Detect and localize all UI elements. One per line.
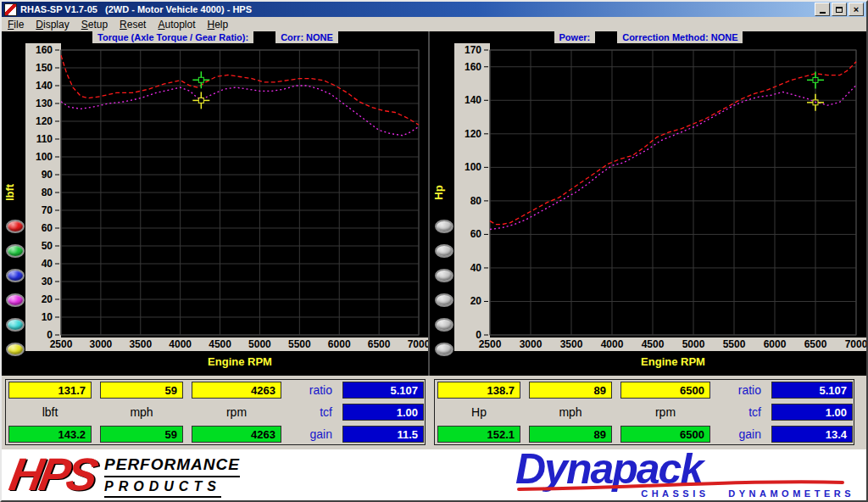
readout-section: 131.7 59 4263 ratio 5.107 lbft mph rpm t… [2, 376, 866, 449]
menu-help[interactable]: Help [202, 18, 235, 31]
svg-text:4000: 4000 [169, 338, 192, 350]
svg-text:50: 50 [42, 240, 53, 252]
maximize-button[interactable] [832, 3, 847, 16]
power-speed-yellow-value: 89 [529, 382, 612, 399]
speed-green-value: 59 [100, 426, 183, 443]
hps-logo-text: HPS [6, 450, 98, 498]
run-button-blue[interactable] [6, 269, 25, 282]
menu-autoplot[interactable]: Autoplot [152, 18, 201, 31]
svg-text:5500: 5500 [288, 338, 311, 350]
svg-text:80: 80 [470, 195, 482, 207]
run-button-yellow[interactable] [6, 343, 25, 356]
svg-text:130: 130 [36, 98, 53, 109]
power-readout-panel: 138.7 89 6500 ratio 5.107 Hp mph rpm tcf… [434, 379, 854, 445]
ratio-value[interactable]: 5.107 [342, 382, 424, 399]
svg-text:40: 40 [42, 258, 53, 270]
svg-text:20: 20 [470, 295, 482, 307]
window-controls: × [813, 3, 864, 16]
unit-label-lbft: lbft [8, 404, 92, 421]
svg-text:140: 140 [36, 80, 53, 92]
rpm-green-value: 4263 [192, 426, 281, 443]
torque-plot: 0102030405060708090100110120130140150160… [2, 43, 429, 376]
power-rpm-yellow-value: 6500 [620, 382, 710, 399]
app-window: RHAS-SP V1.7-05 (2WD - Motor Vehicle 400… [0, 0, 868, 502]
torque-readout-panel: 131.7 59 4263 ratio 5.107 lbft mph rpm t… [5, 379, 426, 445]
close-icon: × [854, 5, 859, 14]
svg-text:60: 60 [470, 228, 482, 240]
torque-plot-holder: 0102030405060708090100110120130140150160… [2, 43, 429, 379]
svg-text:100: 100 [36, 151, 53, 163]
title-bar[interactable]: RHAS-SP V1.7-05 (2WD - Motor Vehicle 400… [2, 2, 866, 17]
svg-text:7000: 7000 [408, 338, 429, 350]
svg-text:3500: 3500 [560, 338, 583, 350]
gain-value[interactable]: 11.5 [342, 426, 424, 443]
hps-products-text: PRODUCTS [104, 477, 221, 498]
svg-text:20: 20 [42, 293, 53, 305]
run-button-cyan[interactable] [6, 318, 25, 332]
svg-text:170: 170 [465, 44, 481, 56]
maximize-icon [836, 7, 843, 13]
tcf-value[interactable]: 1.00 [342, 404, 424, 421]
unit-label-mph: mph [100, 404, 183, 421]
svg-text:4000: 4000 [601, 338, 624, 350]
power-tcf-label: tcf [719, 404, 763, 421]
power-plot: 0204060801001201401601702500300035004000… [431, 43, 866, 376]
power-correction-label: Correction Method: NONE [617, 31, 743, 43]
unit-label-rpm: rpm [192, 404, 281, 421]
svg-text:2500: 2500 [479, 338, 502, 350]
close-button[interactable]: × [849, 3, 864, 16]
menu-file[interactable]: File [2, 18, 30, 31]
run-red-dashed-trace [490, 62, 856, 225]
channel-button-1[interactable] [435, 220, 453, 233]
svg-text:110: 110 [36, 133, 53, 145]
panel-divider [428, 31, 430, 376]
svg-text:10: 10 [42, 311, 53, 323]
svg-text:140: 140 [465, 94, 481, 106]
svg-text:3500: 3500 [129, 338, 152, 350]
run-button-red[interactable] [6, 220, 25, 233]
menu-setup[interactable]: Setup [75, 18, 114, 31]
channel-button-6[interactable] [435, 343, 453, 356]
power-green-value: 152.1 [437, 426, 520, 443]
hps-logo: HPS PERFORMANCE PRODUCTS [10, 450, 240, 498]
channel-select-buttons [435, 31, 455, 376]
channel-button-3[interactable] [435, 269, 453, 282]
channel-button-5[interactable] [435, 318, 453, 332]
svg-text:60: 60 [42, 222, 53, 234]
power-chart: Power: Correction Method: NONE 020406080… [431, 31, 866, 376]
power-ratio-value[interactable]: 5.107 [771, 382, 853, 399]
svg-text:100: 100 [465, 161, 481, 173]
power-gain-value[interactable]: 13.4 [771, 426, 853, 443]
power-plot-holder: 0204060801001201401601702500300035004000… [431, 43, 866, 379]
power-rpm-green-value: 6500 [620, 426, 710, 443]
menu-display[interactable]: Display [30, 18, 75, 31]
hps-logo-words: PERFORMANCE PRODUCTS [104, 450, 240, 498]
svg-text:120: 120 [465, 128, 481, 140]
gain-label: gain [290, 426, 334, 443]
svg-text:90: 90 [42, 169, 53, 181]
minimize-button[interactable] [815, 3, 830, 16]
window-title: RHAS-SP V1.7-05 (2WD - Motor Vehicle 400… [20, 4, 813, 14]
channel-button-4[interactable] [435, 293, 453, 307]
power-yellow-value: 138.7 [437, 382, 520, 399]
svg-text:7000: 7000 [845, 338, 866, 350]
power-chart-title: Power: [554, 31, 596, 43]
torque-chart-title: Torque (Axle Torque / Gear Ratio): [92, 31, 253, 43]
run-magenta-dotted-trace [61, 86, 419, 136]
app-icon [4, 3, 17, 16]
minimize-icon [820, 12, 826, 14]
footer-logos: HPS PERFORMANCE PRODUCTS Dynapack CHASSI… [2, 449, 866, 500]
svg-text:160: 160 [36, 44, 53, 56]
cursor-yellow[interactable] [192, 92, 209, 109]
channel-button-2[interactable] [435, 244, 453, 258]
run-button-magenta[interactable] [6, 293, 25, 307]
menu-reset[interactable]: Reset [114, 18, 152, 31]
power-tcf-value[interactable]: 1.00 [771, 404, 853, 421]
svg-text:160: 160 [465, 61, 481, 73]
run-button-green[interactable] [6, 244, 25, 258]
svg-text:80: 80 [42, 187, 53, 198]
torque-chart-header: Torque (Axle Torque / Gear Ratio): Corr:… [2, 31, 429, 43]
svg-text:3000: 3000 [90, 338, 113, 350]
svg-text:30: 30 [42, 276, 53, 287]
svg-text:150: 150 [36, 62, 53, 74]
